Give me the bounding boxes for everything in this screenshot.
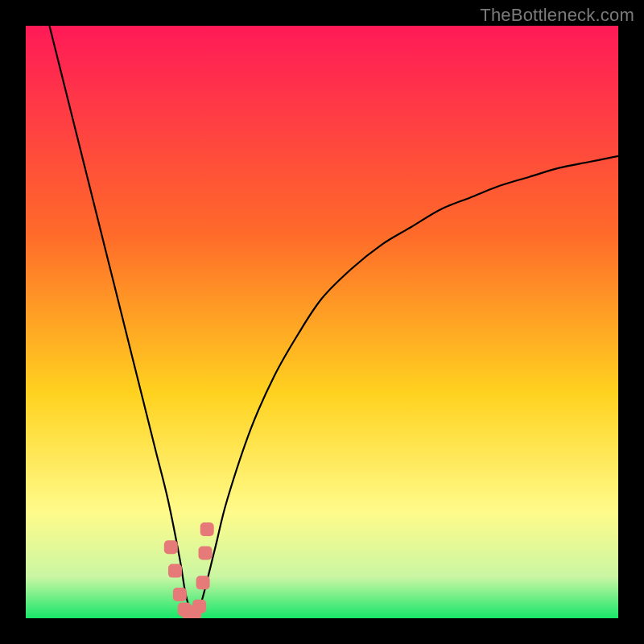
- curve-marker: [192, 600, 206, 613]
- chart-frame: TheBottleneck.com: [0, 0, 644, 644]
- watermark-text: TheBottleneck.com: [480, 5, 634, 26]
- bottleneck-chart: [26, 26, 618, 618]
- curve-marker: [199, 547, 213, 560]
- plot-area: [26, 26, 618, 618]
- curve-marker: [173, 588, 187, 601]
- curve-marker: [164, 540, 178, 554]
- curve-marker: [168, 564, 182, 578]
- gradient-background: [26, 26, 618, 618]
- curve-marker: [200, 522, 214, 536]
- curve-marker: [196, 576, 210, 589]
